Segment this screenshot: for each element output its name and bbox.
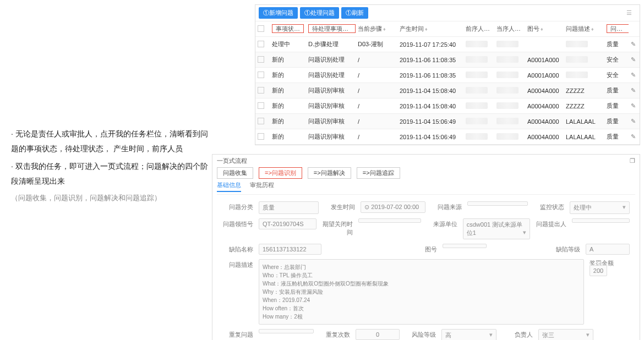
subtab-approval[interactable]: 审批历程 bbox=[250, 181, 274, 192]
cell-draw: A0004A000 bbox=[525, 98, 564, 114]
select-risk[interactable]: 高▾ bbox=[441, 329, 496, 340]
cell-curr bbox=[494, 83, 525, 98]
cell-desc: LALALAAL bbox=[564, 129, 604, 145]
task-table: 事项状态♦ 待处理事项类.. 当前步骤♦ 产生时间♦ 前序人员♦ 当序人员♦ 图… bbox=[255, 21, 640, 145]
input-reporter[interactable] bbox=[572, 218, 630, 223]
col-prev[interactable]: 前序人员♦ bbox=[463, 21, 494, 37]
edit-icon[interactable] bbox=[631, 102, 636, 109]
cell-desc: ZZZZZ bbox=[564, 83, 604, 98]
tab-solve[interactable]: =>问题解决 bbox=[308, 167, 351, 179]
edit-icon[interactable] bbox=[631, 56, 636, 63]
cell-time: 2019-11-06 11:08:35 bbox=[397, 52, 463, 68]
textarea-desc[interactable]: Where：总装部门Who：TPL 操作员工What：液压舱机舱双O型圈外侧双O… bbox=[259, 259, 584, 325]
table-row[interactable]: 新的 问题识别审核 / 2019-11-04 15:08:40 A0004A00… bbox=[255, 83, 640, 98]
row-checkbox[interactable] bbox=[258, 102, 264, 109]
col-draw[interactable]: 图号♦ bbox=[525, 21, 564, 37]
cell-cat: 安全 bbox=[604, 52, 629, 68]
cell-cat: 质量 bbox=[604, 37, 629, 52]
new-issue-button[interactable]: ①新增问题 bbox=[259, 7, 298, 19]
select-unit[interactable]: csdw001 测试来源单位1▾ bbox=[463, 218, 530, 239]
input-repeat[interactable] bbox=[259, 329, 314, 333]
input-level[interactable]: A bbox=[586, 244, 630, 255]
col-step[interactable]: 当前步骤♦ bbox=[356, 21, 397, 37]
col-pending[interactable]: 待处理事项类.. bbox=[306, 21, 356, 37]
row-checkbox[interactable] bbox=[258, 56, 264, 63]
row-checkbox[interactable] bbox=[258, 72, 264, 78]
edit-icon[interactable] bbox=[631, 87, 636, 94]
tab-collect[interactable]: 问题收集 bbox=[217, 167, 253, 179]
input-time[interactable]: ⊙ 2019-07-02 00:00 bbox=[361, 201, 425, 213]
cell-step: / bbox=[356, 68, 397, 83]
edit-icon[interactable] bbox=[631, 72, 636, 78]
cell-status: 新的 bbox=[270, 52, 306, 68]
one-page-flow-panel: 一页式流程 ❐ 问题收集 =>问题识别 =>问题解决 =>问题追踪 基础信息 审… bbox=[212, 154, 640, 340]
table-row[interactable]: 处理中 D.步骤处理 D03-灌制 2019-11-07 17:25:40 质量 bbox=[255, 37, 640, 52]
tab-track[interactable]: =>问题追踪 bbox=[357, 167, 400, 179]
label-reporter: 问题提出人 bbox=[536, 218, 566, 228]
cell-cat: 质量 bbox=[604, 114, 629, 129]
cell-step: / bbox=[356, 83, 397, 98]
note-bullet-1: · 无论是责任人或审批人，点开我的任务栏位，清晰看到问题的事项状态，待处理状态，… bbox=[11, 127, 209, 156]
cell-time: 2019-11-04 15:08:40 bbox=[397, 83, 463, 98]
input-source[interactable] bbox=[467, 201, 527, 206]
label-expect: 期望关闭时间 bbox=[322, 218, 353, 237]
cell-pending: 问题识别审核 bbox=[306, 83, 356, 98]
cell-pending: 问题识别审核 bbox=[306, 98, 356, 114]
select-owner[interactable]: 张三▾ bbox=[538, 329, 593, 340]
input-draw[interactable] bbox=[443, 244, 487, 248]
table-row[interactable]: 新的 问题识别审核 / 2019-11-04 15:06:49 A0004A00… bbox=[255, 114, 640, 129]
col-cat[interactable]: 问题分类 bbox=[604, 21, 629, 37]
input-number[interactable]: QT-20190704S bbox=[259, 218, 316, 229]
col-desc[interactable]: 问题描述♦ bbox=[564, 21, 604, 37]
handle-issue-button[interactable]: ①处理问题 bbox=[300, 7, 339, 19]
refresh-button[interactable]: ①刷新 bbox=[341, 7, 368, 19]
input-award[interactable]: 200 bbox=[590, 265, 607, 276]
table-row[interactable]: 新的 问题识别审核 / 2019-11-04 15:06:49 A0004A00… bbox=[255, 129, 640, 145]
table-row[interactable]: 新的 问题识别处理 / 2019-11-06 11:08:35 A0001A00… bbox=[255, 52, 640, 68]
cell-draw: A0004A000 bbox=[525, 114, 564, 129]
input-part[interactable]: 1561137133122 bbox=[259, 244, 321, 255]
row-checkbox[interactable] bbox=[258, 118, 264, 124]
panel-title: 一页式流程 bbox=[217, 157, 247, 165]
cell-cat: 质量 bbox=[604, 83, 629, 98]
input-category[interactable]: 质量 bbox=[259, 201, 319, 214]
row-checkbox[interactable] bbox=[258, 87, 264, 94]
menu-icon[interactable]: ☰ bbox=[626, 9, 636, 17]
row-checkbox[interactable] bbox=[258, 41, 264, 47]
cell-prev bbox=[463, 52, 494, 68]
cell-status: 新的 bbox=[270, 83, 306, 98]
col-time[interactable]: 产生时间♦ bbox=[397, 21, 463, 37]
label-monitor: 监控状态 bbox=[533, 201, 564, 211]
table-row[interactable]: 新的 问题识别处理 / 2019-11-06 11:08:35 A0001A00… bbox=[255, 68, 640, 83]
subtab-basic[interactable]: 基础信息 bbox=[217, 181, 241, 192]
cell-pending: 问题识别审核 bbox=[306, 114, 356, 129]
edit-icon[interactable] bbox=[631, 133, 636, 140]
cell-curr bbox=[494, 129, 525, 145]
cell-draw bbox=[525, 37, 564, 52]
tab-identify[interactable]: =>问题识别 bbox=[259, 167, 302, 179]
stage-tabs: 问题收集 =>问题识别 =>问题解决 =>问题追踪 bbox=[217, 167, 635, 179]
row-checkbox[interactable] bbox=[258, 133, 264, 140]
cell-time: 2019-11-04 15:06:49 bbox=[397, 114, 463, 129]
edit-icon[interactable] bbox=[631, 118, 636, 124]
cell-step: D03-灌制 bbox=[356, 37, 397, 52]
cell-time: 2019-11-04 15:06:49 bbox=[397, 129, 463, 145]
label-owner: 负责人 bbox=[502, 329, 533, 339]
cell-pending: 问题识别处理 bbox=[306, 68, 356, 83]
table-row[interactable]: 新的 问题识别审核 / 2019-11-04 15:08:40 A0004A00… bbox=[255, 98, 640, 114]
edit-icon[interactable] bbox=[631, 41, 636, 47]
label-number: 问题领悟号 bbox=[222, 218, 253, 228]
cell-step: / bbox=[356, 129, 397, 145]
cell-curr bbox=[494, 68, 525, 83]
label-repeat: 重复问题 bbox=[222, 329, 253, 339]
cell-curr bbox=[494, 52, 525, 68]
input-repeat-n[interactable]: 0 bbox=[356, 329, 400, 340]
sub-tabs: 基础信息 审批历程 bbox=[217, 181, 635, 195]
duplicate-icon[interactable]: ❐ bbox=[630, 157, 635, 164]
col-status[interactable]: 事项状态♦ bbox=[270, 21, 306, 37]
cell-prev bbox=[463, 37, 494, 52]
select-monitor[interactable]: 处理中▾ bbox=[570, 201, 630, 214]
input-expect[interactable] bbox=[358, 218, 421, 223]
col-curr[interactable]: 当序人员♦ bbox=[494, 21, 525, 37]
select-all-checkbox[interactable] bbox=[258, 25, 264, 32]
